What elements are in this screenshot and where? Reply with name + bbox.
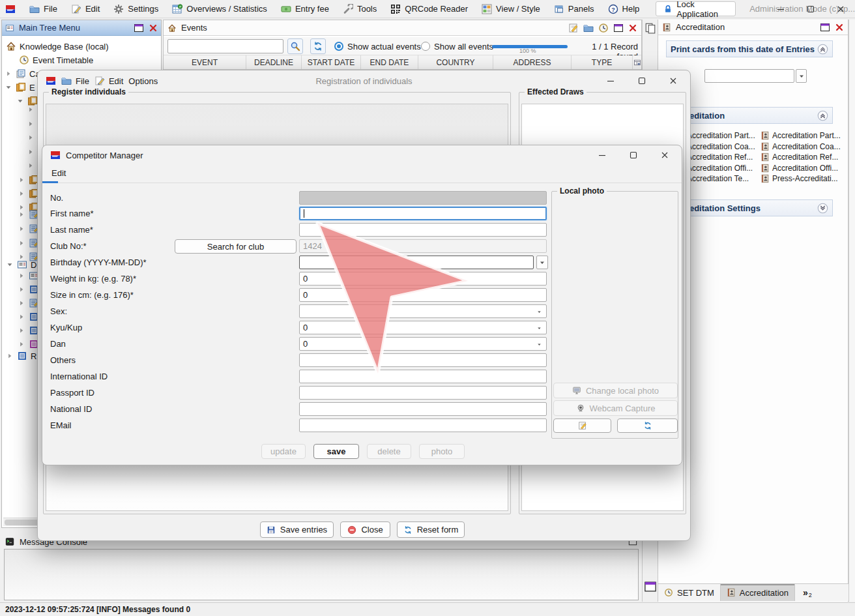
registration-titlebar[interactable]: File Edit Options Registration of indivi… — [38, 70, 690, 91]
expand-arrow-icon[interactable] — [18, 286, 25, 293]
menu-qrcode-reader[interactable]: QRCode Reader — [390, 4, 468, 14]
show-all-events-radio[interactable] — [421, 42, 430, 51]
tree-item-sub[interactable] — [18, 310, 39, 323]
refresh-events-button[interactable] — [310, 38, 326, 54]
minimize-icon[interactable] — [605, 76, 616, 86]
expand-arrow-icon[interactable] — [27, 148, 35, 156]
expand-arrow-icon[interactable] — [18, 327, 25, 334]
tree-item-sub[interactable] — [18, 283, 39, 296]
timetable-icon[interactable] — [598, 23, 609, 33]
expand-arrow-icon[interactable] — [18, 225, 25, 233]
collapse-section-icon[interactable] — [817, 44, 828, 55]
column-header-deadline[interactable]: DEADLINE — [246, 55, 302, 69]
column-filter-icon[interactable] — [633, 55, 641, 69]
open-folder-icon[interactable] — [583, 23, 594, 33]
accreditation-settings-section-header[interactable]: Accreditation Settings — [666, 199, 833, 216]
webcam-capture-button[interactable]: Webcam Capture — [553, 400, 678, 416]
first-name-field[interactable] — [299, 207, 547, 220]
menu-tools[interactable]: Tools — [343, 4, 377, 14]
tree-item-event[interactable]: E — [5, 81, 35, 94]
expand-arrow-icon[interactable] — [18, 340, 25, 348]
accreditation-list-item[interactable]: Accreditation Part... — [761, 130, 847, 141]
accreditation-list-item[interactable]: Accreditation Coa... — [761, 141, 847, 152]
reset-form-button[interactable]: Reset form — [397, 521, 465, 538]
expand-arrow-icon[interactable] — [27, 120, 35, 128]
tree-item-event-timetable[interactable]: Event Timetable — [19, 53, 93, 66]
tree-item-sub[interactable] — [18, 173, 39, 186]
menu-panels[interactable]: Panels — [554, 4, 594, 14]
panel-close-icon[interactable] — [628, 23, 637, 33]
menu-overviews-statistics[interactable]: Overviews / Statistics — [172, 4, 267, 14]
tree-item-sub[interactable] — [27, 117, 35, 130]
accreditation-list-item[interactable]: Accreditation Ref... — [761, 152, 847, 162]
maximize-icon[interactable] — [628, 150, 639, 160]
close-icon[interactable] — [668, 76, 678, 86]
expand-arrow-icon[interactable] — [27, 162, 35, 169]
international-id-field[interactable] — [299, 370, 547, 383]
tree-item-sub[interactable] — [18, 208, 39, 221]
event-search-input[interactable] — [167, 39, 283, 53]
expand-arrow-icon[interactable] — [18, 211, 25, 218]
competitor-menu-edit[interactable]: Edit — [51, 168, 66, 178]
tree-item-sub[interactable] — [18, 269, 39, 282]
tree-item-sub[interactable] — [18, 297, 39, 310]
dan-select[interactable]: 0 — [299, 337, 547, 351]
collapse-section-icon[interactable] — [817, 110, 828, 121]
panel-maximize-icon[interactable] — [134, 23, 144, 33]
close-icon[interactable] — [835, 4, 846, 14]
accreditation-section-header[interactable]: Accreditation — [666, 107, 833, 124]
collapse-arrow-icon[interactable] — [6, 261, 14, 269]
passport-id-field[interactable] — [299, 386, 547, 400]
tree-item-sub[interactable] — [27, 103, 35, 116]
show-actual-events-radio[interactable] — [334, 42, 343, 51]
expand-arrow-icon[interactable] — [27, 134, 35, 141]
registration-menu-options[interactable]: Options — [128, 76, 158, 86]
tab-set-dtm[interactable]: SET DTM — [658, 584, 721, 601]
registration-menu-edit[interactable]: Edit — [94, 76, 123, 86]
search-for-club-button[interactable]: Search for club — [175, 239, 297, 254]
menu-entry-fee[interactable]: Entry fee — [281, 4, 329, 14]
save-button[interactable]: save — [313, 444, 359, 459]
refresh-photo-button[interactable] — [617, 418, 678, 433]
console-output-area[interactable] — [4, 549, 639, 600]
close-button[interactable]: Close — [340, 521, 390, 538]
collapse-arrow-icon[interactable] — [16, 97, 24, 105]
expand-arrow-icon[interactable] — [18, 239, 25, 247]
size-field[interactable]: 0 — [299, 288, 547, 302]
collapse-arrow-icon[interactable] — [5, 83, 12, 91]
menu-edit[interactable]: Edit — [71, 4, 100, 14]
column-header-type[interactable]: TYPE — [572, 55, 633, 69]
competitor-manager-titlebar[interactable]: Competitor Manager — [42, 145, 682, 165]
edit-event-icon[interactable] — [568, 23, 579, 33]
tree-item-r[interactable]: R — [6, 349, 36, 362]
tab-overflow[interactable]: »2 — [795, 584, 812, 601]
tree-item-sub[interactable] — [18, 237, 39, 250]
panel-maximize-icon[interactable] — [613, 23, 624, 33]
panel-close-icon[interactable] — [149, 23, 158, 33]
accreditation-list-item[interactable]: Press-Accreditati... — [761, 173, 847, 184]
expand-arrow-icon[interactable] — [18, 176, 25, 184]
tree-item-sub[interactable] — [18, 324, 39, 337]
update-button[interactable]: update — [261, 444, 306, 459]
sex-select[interactable] — [299, 304, 547, 318]
tree-item-sub[interactable] — [18, 187, 39, 200]
club-no-field[interactable]: 1424 — [299, 239, 547, 253]
panel-close-icon[interactable] — [835, 23, 844, 32]
national-id-field[interactable] — [299, 402, 547, 416]
expand-arrow-icon[interactable] — [18, 190, 25, 198]
expand-arrow-icon[interactable] — [18, 299, 25, 307]
restore-panel-icon[interactable] — [644, 580, 657, 593]
menu-file[interactable]: File — [29, 4, 57, 14]
tree-item-sub[interactable] — [18, 338, 39, 351]
close-icon[interactable] — [659, 150, 670, 160]
search-button[interactable] — [287, 38, 303, 54]
menu-help[interactable]: ?Help — [608, 4, 640, 14]
expand-arrow-icon[interactable] — [6, 352, 14, 360]
last-name-field[interactable] — [299, 223, 547, 237]
photo-button[interactable]: photo — [419, 444, 465, 459]
delete-button[interactable]: delete — [367, 444, 411, 459]
panel-maximize-icon[interactable] — [820, 22, 830, 33]
weight-field[interactable]: 0 — [299, 272, 547, 286]
menu-settings[interactable]: Settings — [113, 4, 158, 14]
tree-item-sub[interactable] — [27, 131, 35, 144]
